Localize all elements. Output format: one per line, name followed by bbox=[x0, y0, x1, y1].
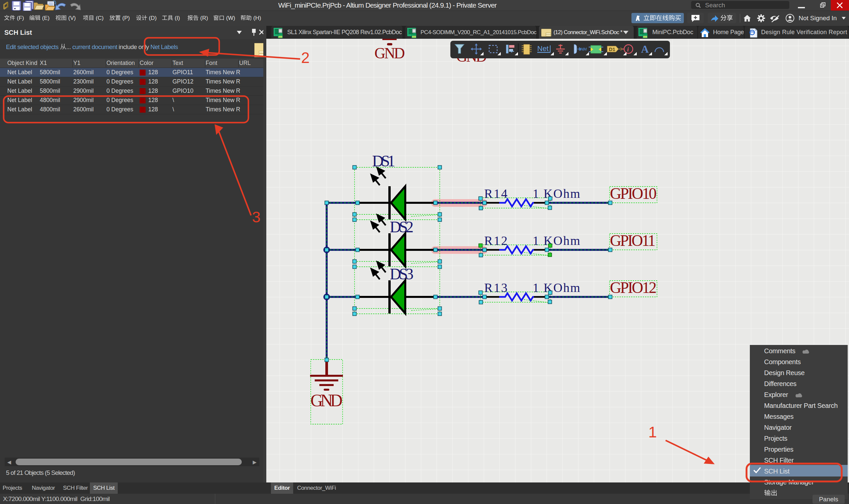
svg-text:HH: HH bbox=[581, 47, 587, 52]
svg-text:GND: GND bbox=[310, 391, 343, 410]
svg-text:GPIO12: GPIO12 bbox=[610, 279, 657, 296]
svg-text:R13: R13 bbox=[484, 281, 507, 294]
svg-text:DS3: DS3 bbox=[390, 265, 414, 283]
svg-text:1 KOhm: 1 KOhm bbox=[533, 186, 580, 200]
svg-text:Net: Net bbox=[537, 44, 549, 53]
svg-text:DS1: DS1 bbox=[372, 152, 395, 170]
svg-text:R12: R12 bbox=[484, 234, 507, 248]
svg-text:R14: R14 bbox=[484, 186, 507, 200]
svg-text:GPIO10: GPIO10 bbox=[610, 184, 657, 202]
svg-text:GPIO11: GPIO11 bbox=[610, 232, 656, 249]
svg-text:1 KOhm: 1 KOhm bbox=[533, 234, 580, 248]
svg-text:i: i bbox=[627, 46, 629, 53]
svg-text:1 KOhm: 1 KOhm bbox=[533, 281, 580, 294]
svg-text:DS2: DS2 bbox=[390, 218, 414, 236]
svg-text:D1: D1 bbox=[609, 47, 615, 52]
svg-text:A: A bbox=[641, 43, 649, 55]
svg-text:GND: GND bbox=[375, 45, 405, 61]
